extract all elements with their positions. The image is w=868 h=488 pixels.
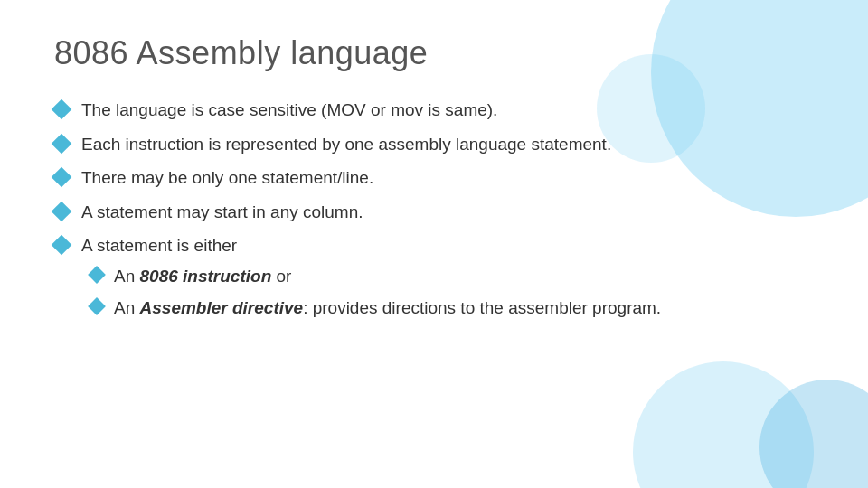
bold-term: 8086 instruction: [140, 267, 272, 286]
bullet-diamond-icon: [52, 235, 72, 256]
list-item: Each instruction is represented by one a…: [54, 132, 814, 157]
sub-list-item-text: An Assembler directive: provides directi…: [114, 296, 814, 321]
sub-bullet-diamond-icon: [88, 266, 106, 284]
list-item: A statement may start in any column.: [54, 200, 814, 225]
page-title: 8086 Assembly language: [54, 34, 814, 72]
list-item-text: A statement is eitherAn 8086 instruction…: [81, 233, 814, 328]
bullet-diamond-icon: [52, 201, 72, 221]
sub-list: An 8086 instruction orAn Assembler direc…: [90, 264, 814, 321]
sub-bullet-diamond-icon: [88, 297, 106, 315]
bullet-diamond-icon: [52, 99, 72, 120]
bullet-diamond-icon: [52, 133, 72, 154]
bold-term: Assembler directive: [140, 298, 304, 317]
list-item: A statement is eitherAn 8086 instruction…: [54, 233, 814, 328]
sub-list-item: An 8086 instruction or: [90, 264, 814, 289]
sub-list-item-text: An 8086 instruction or: [114, 264, 814, 289]
bullet-list: The language is case sensitive (MOV or m…: [54, 98, 814, 328]
list-item-text: Each instruction is represented by one a…: [81, 132, 814, 157]
list-item-text: There may be only one statement/line.: [81, 165, 814, 191]
list-item-text: A statement may start in any column.: [81, 200, 814, 225]
list-item-text: The language is case sensitive (MOV or m…: [81, 98, 814, 123]
list-item: The language is case sensitive (MOV or m…: [54, 98, 814, 123]
bullet-diamond-icon: [52, 167, 72, 188]
sub-list-item: An Assembler directive: provides directi…: [90, 296, 814, 321]
list-item: There may be only one statement/line.: [54, 165, 814, 191]
main-content: 8086 Assembly language The language is c…: [0, 0, 868, 364]
